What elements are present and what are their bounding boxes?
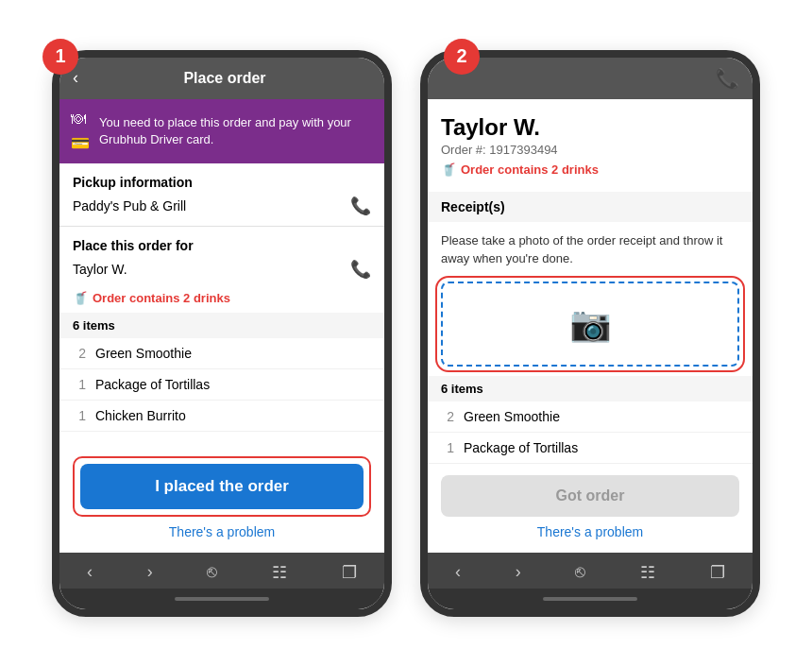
phone2-nav: ‹ › ⎋ ☷ ❐ (428, 553, 753, 589)
phone-2: 📞 Taylor W. Order #: 1917393494 🥤 Order … (420, 50, 760, 617)
fork-icon: 🍽 (71, 109, 90, 129)
order-phone-icon[interactable]: 📞 (350, 259, 371, 280)
phone2-content: Taylor W. Order #: 1917393494 🥤 Order co… (428, 99, 753, 470)
card-icon: 💳 (71, 133, 90, 154)
phone2-bottom: Got order There's a problem (428, 470, 753, 553)
customer-name: Taylor W. (428, 99, 753, 143)
nav2-forward-icon[interactable]: › (516, 562, 521, 582)
order-for-label: Place this order for (59, 227, 384, 257)
phone1-header: ‹ Place order (59, 58, 384, 99)
home-bar-line (175, 597, 269, 601)
phone2-home-bar (428, 589, 753, 609)
list-item: 2 Green Smoothie (59, 338, 384, 369)
step-badge-1: 1 (42, 39, 78, 75)
list-item: 1 Package of Tortillas (59, 369, 384, 401)
got-order-button: Got order (441, 475, 739, 517)
items-header-2: 6 items (428, 376, 753, 401)
banner-text: You need to place this order and pay wit… (99, 114, 373, 148)
step-badge-2: 2 (444, 39, 480, 75)
phone1-nav: ‹ › ⎋ ☷ ❐ (59, 553, 384, 589)
header-title: Place order (78, 70, 371, 87)
nav-bookmarks-icon[interactable]: ☷ (272, 562, 287, 583)
problem-link-2[interactable]: There's a problem (441, 517, 739, 547)
drinks-warning-1: 🥤 Order contains 2 drinks (59, 289, 384, 313)
phone1-bottom: I placed the order There's a problem (59, 447, 384, 553)
receipt-section-header: Receipt(s) (428, 192, 753, 222)
nav-tabs-icon[interactable]: ❐ (342, 562, 357, 583)
list-item: 1 Chicken Burrito (59, 401, 384, 432)
cup-icon-2: 🥤 (441, 162, 456, 177)
problem-link-1[interactable]: There's a problem (73, 517, 371, 547)
order-number: Order #: 1917393494 (428, 143, 753, 161)
list-item: 2 Green Smoothie (428, 401, 753, 433)
nav-forward-icon[interactable]: › (147, 562, 153, 582)
phone1-home-bar (59, 589, 384, 609)
phone1-content: Pickup information Paddy's Pub & Grill 📞… (59, 163, 384, 446)
receipt-text: Please take a photo of the order receipt… (428, 222, 753, 278)
nav2-bookmarks-icon[interactable]: ☷ (640, 562, 655, 583)
phone2-call-icon[interactable]: 📞 (716, 67, 739, 90)
nav2-back-icon[interactable]: ‹ (455, 562, 461, 582)
banner-icons: 🍽 💳 (71, 109, 90, 155)
pickup-phone-icon[interactable]: 📞 (350, 196, 371, 216)
phone-1: ‹ Place order 🍽 💳 You need to place this… (52, 50, 392, 617)
place-order-button[interactable]: I placed the order (80, 464, 364, 509)
pickup-label: Pickup information (59, 163, 384, 194)
photo-upload-box[interactable]: 📷 (441, 282, 739, 367)
drinks-warning-2: 🥤 Order contains 2 drinks (428, 161, 753, 184)
camera-icon: 📷 (569, 304, 612, 344)
items-header-1: 6 items (59, 313, 384, 338)
nav-back-icon[interactable]: ‹ (87, 562, 93, 582)
nav-share-icon[interactable]: ⎋ (207, 562, 217, 582)
grubhub-banner: 🍽 💳 You need to place this order and pay… (59, 99, 384, 164)
home-bar-line-2 (543, 597, 637, 601)
highlight-box-1: I placed the order (73, 456, 371, 517)
nav2-share-icon[interactable]: ⎋ (575, 562, 585, 582)
order-for-value: Taylor W. 📞 (59, 257, 384, 289)
list-item: 1 Package of Tortillas (428, 433, 753, 464)
cup-icon-1: 🥤 (73, 291, 88, 305)
nav2-tabs-icon[interactable]: ❐ (710, 562, 725, 583)
pickup-value: Paddy's Pub & Grill 📞 (59, 194, 384, 226)
